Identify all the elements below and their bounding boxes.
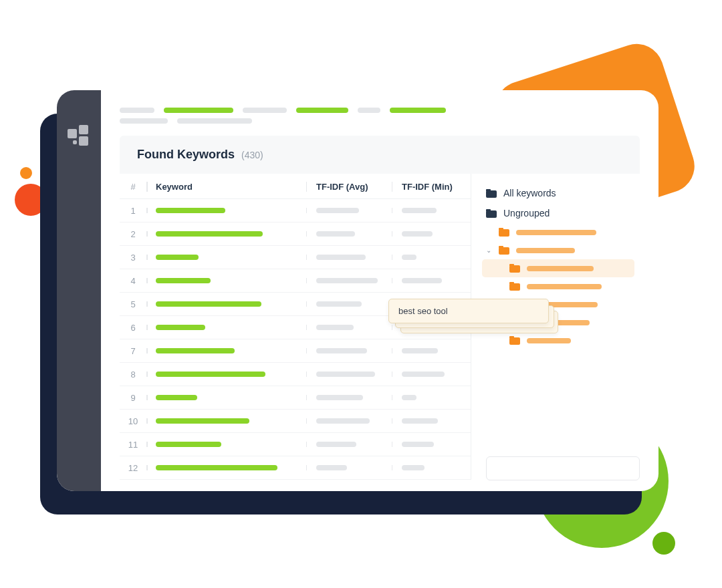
chevron-down-icon[interactable]: ⌄ bbox=[486, 247, 492, 254]
group-label-placeholder bbox=[527, 266, 594, 271]
row-number: 8 bbox=[120, 370, 146, 380]
cell-keyword bbox=[146, 465, 306, 470]
cell-tfidf-min bbox=[392, 465, 471, 470]
folder-icon bbox=[499, 246, 509, 255]
col-keyword[interactable]: Keyword bbox=[146, 182, 306, 192]
table-row[interactable]: 7 bbox=[120, 339, 471, 363]
cell-tfidf-min bbox=[392, 348, 471, 353]
tooltip-text: best seo tool bbox=[398, 306, 448, 316]
breadcrumb-segment[interactable] bbox=[296, 108, 348, 113]
row-number: 7 bbox=[120, 346, 146, 356]
group-folder-item[interactable] bbox=[482, 259, 634, 277]
cell-tfidf-min bbox=[392, 208, 471, 213]
cell-tfidf-avg bbox=[306, 442, 392, 447]
cell-tfidf-avg bbox=[306, 395, 392, 400]
cell-keyword bbox=[146, 442, 306, 447]
cell-tfidf-avg bbox=[306, 418, 392, 424]
cell-tfidf-avg bbox=[306, 372, 392, 377]
cell-tfidf-min bbox=[392, 231, 471, 237]
row-number: 11 bbox=[120, 440, 146, 450]
cell-tfidf-min bbox=[392, 418, 471, 424]
group-folder-item[interactable] bbox=[482, 277, 634, 295]
col-number[interactable]: # bbox=[120, 182, 146, 192]
folder-icon bbox=[509, 336, 520, 345]
cell-tfidf-min bbox=[392, 255, 471, 260]
row-number: 3 bbox=[120, 253, 146, 263]
group-label: Ungrouped bbox=[503, 208, 550, 218]
cell-tfidf-avg bbox=[306, 278, 392, 283]
side-nav bbox=[57, 90, 101, 491]
cell-keyword bbox=[146, 325, 306, 330]
cell-keyword bbox=[146, 372, 306, 377]
table-row[interactable]: 8 bbox=[120, 363, 471, 386]
folder-icon bbox=[509, 282, 520, 291]
cell-tfidf-avg bbox=[306, 255, 392, 260]
cell-keyword bbox=[146, 231, 306, 237]
table-row[interactable]: 3 bbox=[120, 246, 471, 269]
breadcrumb-segment[interactable] bbox=[164, 108, 233, 113]
decoration-circle-orange-small bbox=[20, 167, 32, 179]
group-label-placeholder bbox=[527, 284, 602, 289]
main-area: Found Keywords (430) # Keyword TF-IDF (A… bbox=[101, 90, 658, 491]
cell-keyword bbox=[146, 278, 306, 283]
group-label-placeholder bbox=[516, 248, 575, 253]
group-folder-item[interactable]: ⌄ bbox=[482, 241, 634, 259]
panel-content: # Keyword TF-IDF (Avg) TF-IDF (Min) 1234… bbox=[120, 174, 640, 480]
group-label-placeholder bbox=[527, 338, 571, 343]
row-number: 5 bbox=[120, 299, 146, 309]
cell-keyword bbox=[146, 348, 306, 353]
breadcrumb-segment bbox=[177, 118, 252, 124]
cell-tfidf-avg bbox=[306, 301, 392, 307]
row-number: 9 bbox=[120, 393, 146, 403]
table-row[interactable]: 4 bbox=[120, 269, 471, 293]
cell-tfidf-avg bbox=[306, 348, 392, 353]
table-row[interactable]: 1 bbox=[120, 199, 471, 223]
group-label-placeholder bbox=[516, 230, 596, 235]
row-number: 2 bbox=[120, 229, 146, 239]
group-ungrouped[interactable]: Ungrouped bbox=[482, 203, 634, 223]
add-group-input[interactable] bbox=[486, 456, 640, 480]
logo-icon[interactable] bbox=[68, 125, 90, 148]
breadcrumb-row-1 bbox=[120, 108, 640, 113]
folder-icon bbox=[499, 228, 509, 237]
col-tfidf-avg[interactable]: TF-IDF (Avg) bbox=[306, 182, 392, 192]
breadcrumb-segment[interactable] bbox=[390, 108, 446, 113]
row-number: 10 bbox=[120, 416, 146, 426]
cell-keyword bbox=[146, 301, 306, 307]
row-number: 6 bbox=[120, 323, 146, 333]
tooltip-card-front[interactable]: best seo tool bbox=[388, 299, 549, 323]
row-number: 1 bbox=[120, 206, 146, 216]
cell-tfidf-min bbox=[392, 372, 471, 377]
group-folder-item[interactable] bbox=[482, 223, 634, 241]
panel-header: Found Keywords (430) bbox=[120, 136, 640, 174]
breadcrumb-segment[interactable] bbox=[120, 108, 154, 113]
cell-tfidf-avg bbox=[306, 465, 392, 470]
cell-tfidf-min bbox=[392, 395, 471, 400]
cell-keyword bbox=[146, 418, 306, 424]
table-row[interactable]: 2 bbox=[120, 223, 471, 246]
table-row[interactable]: 10 bbox=[120, 410, 471, 433]
breadcrumb-row-2 bbox=[120, 118, 640, 124]
decoration-circle-green-small bbox=[652, 532, 675, 555]
cell-tfidf-avg bbox=[306, 231, 392, 237]
table-row[interactable]: 11 bbox=[120, 433, 471, 456]
row-number: 4 bbox=[120, 276, 146, 286]
row-number: 12 bbox=[120, 463, 146, 473]
table-header-row: # Keyword TF-IDF (Avg) TF-IDF (Min) bbox=[120, 174, 471, 199]
cell-tfidf-avg bbox=[306, 208, 392, 213]
cell-tfidf-avg bbox=[306, 325, 392, 330]
group-all-keywords[interactable]: All keywords bbox=[482, 183, 634, 203]
table-row[interactable]: 12 bbox=[120, 456, 471, 480]
breadcrumb-segment[interactable] bbox=[243, 108, 287, 113]
breadcrumb-segment[interactable] bbox=[358, 108, 380, 113]
cell-keyword bbox=[146, 395, 306, 400]
folder-icon bbox=[509, 264, 520, 273]
cell-tfidf-min bbox=[392, 278, 471, 283]
keyword-count: (430) bbox=[241, 150, 263, 160]
table-row[interactable]: 9 bbox=[120, 386, 471, 410]
col-tfidf-min[interactable]: TF-IDF (Min) bbox=[392, 182, 471, 192]
group-folder-item[interactable] bbox=[482, 331, 634, 349]
panel-title: Found Keywords bbox=[137, 148, 235, 162]
folder-icon bbox=[486, 209, 497, 218]
group-label: All keywords bbox=[503, 188, 556, 198]
